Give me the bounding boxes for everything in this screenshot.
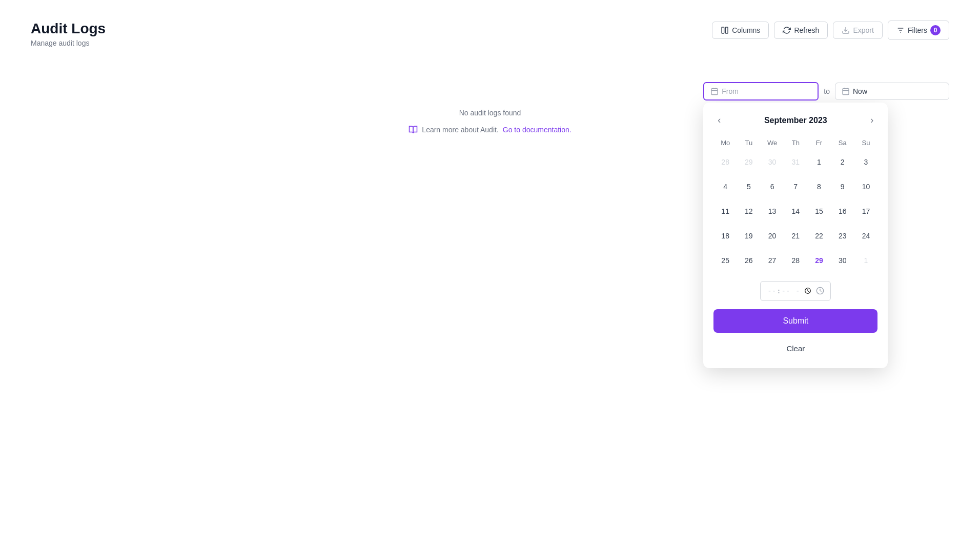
learn-more-section: Learn more about Audit. Go to documentat… [409, 125, 571, 134]
calendar-cell: 3 [854, 150, 878, 174]
calendar-cell: 28 [784, 248, 807, 273]
clear-button[interactable]: Clear [713, 339, 877, 358]
day-header-sa: Sa [831, 136, 854, 150]
calendar-day[interactable]: 7 [786, 177, 805, 196]
time-field[interactable] [767, 286, 813, 296]
calendar-day[interactable]: 20 [763, 227, 782, 245]
calendar-week-2: 11121314151617 [713, 199, 877, 224]
columns-button[interactable]: Columns [712, 22, 769, 39]
svg-rect-10 [843, 89, 849, 95]
calendar-day[interactable]: 24 [856, 227, 875, 245]
calendar-day[interactable]: 15 [810, 202, 828, 220]
export-icon [842, 26, 850, 34]
datepicker-overlay: to ‹ September 2023 › Mo Tu We [703, 82, 949, 368]
calendar-cell: 9 [831, 174, 854, 199]
calendar-cell: 17 [854, 199, 878, 224]
calendar-cell: 1 [807, 150, 831, 174]
calendar-day: 28 [716, 153, 734, 171]
svg-rect-1 [725, 27, 728, 33]
calendar-day[interactable]: 3 [856, 153, 875, 171]
calendar-day[interactable]: 18 [716, 227, 734, 245]
calendar-day[interactable]: 27 [763, 251, 782, 270]
calendar-cell: 5 [737, 174, 761, 199]
calendar-day[interactable]: 23 [833, 227, 852, 245]
time-input-row [713, 281, 877, 301]
day-header-mo: Mo [713, 136, 737, 150]
page-header: Audit Logs Manage audit logs Columns Ref… [0, 0, 980, 57]
calendar-cell: 19 [737, 224, 761, 248]
calendar-day[interactable]: 11 [716, 202, 734, 220]
calendar-cell: 30 [831, 248, 854, 273]
columns-label: Columns [732, 26, 760, 34]
calendar-day[interactable]: 5 [740, 177, 758, 196]
refresh-icon [783, 26, 791, 34]
calendar-day: 29 [740, 153, 758, 171]
calendar-day[interactable]: 30 [833, 251, 852, 270]
calendar-day[interactable]: 22 [810, 227, 828, 245]
to-date-input-wrapper[interactable] [835, 83, 949, 100]
go-to-docs-link[interactable]: Go to documentation. [503, 126, 571, 134]
calendar-cell: 14 [784, 199, 807, 224]
calendar-from-icon [710, 87, 719, 95]
calendar-day[interactable]: 21 [786, 227, 805, 245]
columns-icon [721, 26, 729, 34]
calendar-day[interactable]: 29 [810, 251, 828, 270]
calendar-cell: 16 [831, 199, 854, 224]
page-subtitle: Manage audit logs [31, 39, 106, 47]
day-header-tu: Tu [737, 136, 761, 150]
calendar-day[interactable]: 28 [786, 251, 805, 270]
export-label: Export [853, 26, 873, 34]
calendar-day[interactable]: 17 [856, 202, 875, 220]
calendar-cell: 27 [761, 248, 784, 273]
calendar-cell: 28 [713, 150, 737, 174]
export-button[interactable]: Export [833, 22, 882, 39]
page-title: Audit Logs [31, 21, 106, 37]
calendar-cell: 25 [713, 248, 737, 273]
filter-count: 0 [930, 25, 941, 35]
calendar-cell: 18 [713, 224, 737, 248]
from-date-input-wrapper[interactable] [703, 82, 819, 101]
calendar-day[interactable]: 6 [763, 177, 782, 196]
calendar-week-0: 28293031123 [713, 150, 877, 174]
calendar-day[interactable]: 10 [856, 177, 875, 196]
submit-button[interactable]: Submit [713, 309, 877, 333]
calendar-week-4: 2526272829301 [713, 248, 877, 273]
calendar-cell: 22 [807, 224, 831, 248]
calendar-day[interactable]: 25 [716, 251, 734, 270]
day-header-th: Th [784, 136, 807, 150]
calendar-day[interactable]: 4 [716, 177, 734, 196]
calendar-cell: 26 [737, 248, 761, 273]
calendar-cell: 1 [854, 248, 878, 273]
refresh-button[interactable]: Refresh [774, 22, 828, 39]
calendar-container: ‹ September 2023 › Mo Tu We Th Fr Sa Su … [703, 103, 888, 368]
day-header-we: We [761, 136, 784, 150]
calendar-day[interactable]: 1 [810, 153, 828, 171]
from-date-field[interactable] [722, 87, 811, 95]
calendar-day[interactable]: 13 [763, 202, 782, 220]
calendar-cell: 29 [737, 150, 761, 174]
calendar-day[interactable]: 2 [833, 153, 852, 171]
calendar-day[interactable]: 26 [740, 251, 758, 270]
prev-month-button[interactable]: ‹ [713, 113, 725, 128]
to-date-field[interactable] [853, 87, 943, 95]
calendar-cell: 21 [784, 224, 807, 248]
calendar-cell: 15 [807, 199, 831, 224]
empty-state-message: No audit logs found [459, 109, 521, 117]
day-header-su: Su [854, 136, 878, 150]
filters-button[interactable]: Filters 0 [888, 21, 949, 40]
svg-rect-0 [722, 27, 724, 33]
calendar-day[interactable]: 9 [833, 177, 852, 196]
filters-label: Filters [908, 26, 927, 34]
calendar-cell: 6 [761, 174, 784, 199]
next-month-button[interactable]: › [866, 113, 877, 128]
calendar-day[interactable]: 8 [810, 177, 828, 196]
calendar-cell: 2 [831, 150, 854, 174]
calendar-day[interactable]: 19 [740, 227, 758, 245]
calendar-day[interactable]: 16 [833, 202, 852, 220]
calendar-day[interactable]: 12 [740, 202, 758, 220]
calendar-cell: 13 [761, 199, 784, 224]
time-input-wrapper[interactable] [760, 281, 831, 301]
calendar-day[interactable]: 14 [786, 202, 805, 220]
calendar-cell: 30 [761, 150, 784, 174]
calendar-grid: Mo Tu We Th Fr Sa Su 2829303112345678910… [713, 136, 877, 273]
